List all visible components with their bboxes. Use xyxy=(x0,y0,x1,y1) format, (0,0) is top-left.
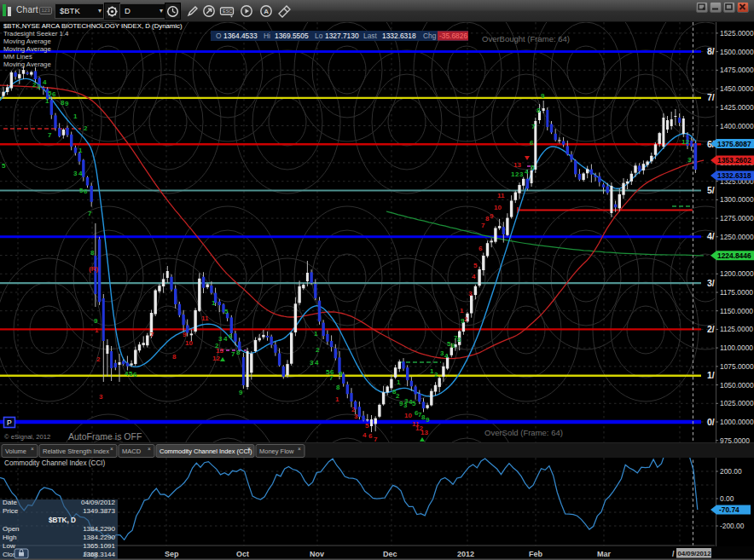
svg-text:3: 3 xyxy=(310,359,314,367)
svg-text:MACD: MACD xyxy=(122,447,142,455)
svg-text:Moving Average: Moving Average xyxy=(3,38,51,45)
svg-text:5: 5 xyxy=(365,422,369,430)
svg-text:7: 7 xyxy=(329,374,334,382)
svg-text:200.00: 200.00 xyxy=(720,467,742,476)
svg-text:×: × xyxy=(298,446,301,452)
svg-text:4: 4 xyxy=(472,273,476,280)
svg-text:1025.0000: 1025.0000 xyxy=(720,399,754,407)
svg-text:2: 2 xyxy=(84,124,88,132)
svg-text:5: 5 xyxy=(412,400,416,407)
svg-text:2: 2 xyxy=(96,355,101,363)
svg-text:1125.0000: 1125.0000 xyxy=(720,325,753,333)
svg-text:8: 8 xyxy=(172,353,177,361)
svg-text:2: 2 xyxy=(396,392,400,400)
svg-text:1075.0000: 1075.0000 xyxy=(720,362,754,371)
svg-text:1: 1 xyxy=(45,97,49,105)
svg-text:O: O xyxy=(216,32,222,40)
svg-text:8: 8 xyxy=(336,384,340,391)
svg-text:4: 4 xyxy=(315,359,319,367)
svg-text:5: 5 xyxy=(224,308,229,315)
svg-text:6: 6 xyxy=(451,342,455,349)
svg-text:3: 3 xyxy=(468,290,473,297)
svg-text:Nov: Nov xyxy=(310,550,324,558)
svg-text:1369.5505: 1369.5505 xyxy=(275,32,309,40)
svg-text:7: 7 xyxy=(374,436,378,443)
svg-text:13: 13 xyxy=(513,161,521,169)
svg-text:1425.0000: 1425.0000 xyxy=(720,103,754,112)
svg-text:2/: 2/ xyxy=(707,324,715,334)
svg-text:9: 9 xyxy=(339,370,343,378)
svg-text:3/: 3/ xyxy=(707,278,715,288)
svg-text:13: 13 xyxy=(216,347,223,355)
svg-text:1: 1 xyxy=(314,330,318,338)
svg-text:9: 9 xyxy=(183,331,187,338)
svg-text:Sep: Sep xyxy=(165,550,179,558)
svg-text:-200.00: -200.00 xyxy=(720,522,745,530)
svg-text:6: 6 xyxy=(52,90,56,98)
svg-text:1375.8087: 1375.8087 xyxy=(717,140,751,148)
svg-text:1050.0000: 1050.0000 xyxy=(720,381,754,390)
svg-text:0.00: 0.00 xyxy=(720,494,734,503)
svg-text:3: 3 xyxy=(218,335,223,343)
svg-text:1364.4533: 1364.4533 xyxy=(223,32,258,40)
svg-text:×: × xyxy=(247,446,251,452)
svg-text:10: 10 xyxy=(494,204,502,211)
svg-text:1327.7130: 1327.7130 xyxy=(325,32,359,40)
svg-text:1353.2602: 1353.2602 xyxy=(717,156,751,165)
svg-text:5: 5 xyxy=(2,162,6,170)
svg-text:1: 1 xyxy=(460,307,464,315)
svg-text:P: P xyxy=(7,419,12,427)
svg-text:4: 4 xyxy=(78,170,83,177)
svg-text:OverBought (Frame: 64): OverBought (Frame: 64) xyxy=(482,34,570,43)
svg-text:Oct: Oct xyxy=(236,550,249,558)
svg-text:6: 6 xyxy=(368,432,373,440)
svg-text:1150.0000: 1150.0000 xyxy=(720,307,753,315)
svg-text:(R): (R) xyxy=(89,265,98,273)
svg-text:High: High xyxy=(3,534,16,541)
svg-text:4: 4 xyxy=(362,431,367,439)
svg-text:×: × xyxy=(148,446,151,452)
svg-text:11: 11 xyxy=(497,192,505,199)
svg-text:1: 1 xyxy=(95,326,99,334)
svg-text:4: 4 xyxy=(525,168,529,176)
svg-text:6: 6 xyxy=(229,332,233,340)
svg-text:9: 9 xyxy=(541,92,545,100)
svg-text:8/: 8/ xyxy=(707,46,715,56)
svg-text:1400.0000: 1400.0000 xyxy=(720,122,754,130)
svg-text:Open: Open xyxy=(3,525,20,533)
svg-text:7: 7 xyxy=(150,331,154,338)
svg-text:1: 1 xyxy=(78,147,83,154)
svg-text:1300.0000: 1300.0000 xyxy=(720,195,754,204)
svg-text:2012: 2012 xyxy=(457,550,474,558)
svg-text:9: 9 xyxy=(94,317,98,325)
svg-text:8: 8 xyxy=(457,336,461,344)
svg-text:1275.0000: 1275.0000 xyxy=(720,214,754,222)
svg-text:4/: 4/ xyxy=(707,231,715,241)
svg-text:1: 1 xyxy=(397,378,401,386)
svg-text:4: 4 xyxy=(43,78,47,86)
svg-text:10: 10 xyxy=(404,412,412,419)
svg-text:Moving Average: Moving Average xyxy=(3,61,51,68)
svg-text:Chg: Chg xyxy=(423,32,437,40)
svg-text:2: 2 xyxy=(316,346,320,354)
svg-text:04/09/2012: 04/09/2012 xyxy=(81,499,116,506)
svg-text:$BTK, D: $BTK, D xyxy=(49,517,76,524)
svg-text:Relative Strength Index: Relative Strength Index xyxy=(43,447,109,455)
svg-text:0/: 0/ xyxy=(707,417,715,427)
svg-text:1/: 1/ xyxy=(707,370,715,380)
svg-text:1175.0000: 1175.0000 xyxy=(720,288,753,297)
svg-text:Date: Date xyxy=(3,499,17,506)
svg-text:×: × xyxy=(110,446,113,452)
svg-text:1365.1091: 1365.1091 xyxy=(83,542,115,550)
svg-text:11: 11 xyxy=(201,315,209,322)
svg-text:7: 7 xyxy=(48,131,52,139)
svg-text:Volume: Volume xyxy=(5,447,26,455)
svg-text:Moving Average: Moving Average xyxy=(3,45,51,53)
svg-text:9: 9 xyxy=(65,100,69,107)
svg-text:1500.0000: 1500.0000 xyxy=(720,48,754,56)
svg-text:8: 8 xyxy=(90,249,95,257)
svg-text:2: 2 xyxy=(464,315,468,323)
svg-text:3: 3 xyxy=(354,413,358,420)
svg-text:Commodity Channel Index (CCI): Commodity Channel Index (CCI) xyxy=(4,459,106,467)
svg-text:2: 2 xyxy=(434,371,438,378)
